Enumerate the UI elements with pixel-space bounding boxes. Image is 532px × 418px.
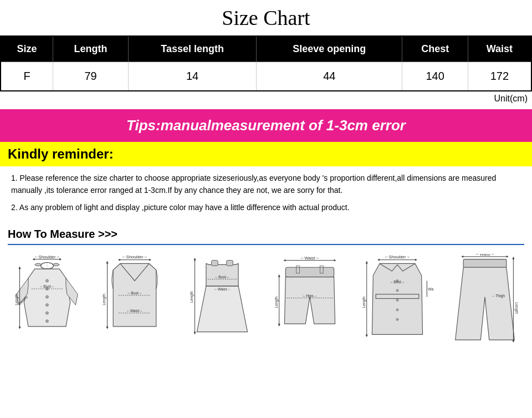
size-chart-table: Size Length Tassel length Sleeve opening… [0, 35, 532, 91]
note-2: 2. As any problem of light and display ,… [11, 201, 521, 213]
svg-text:←Shoulder→: ←Shoulder→ [385, 254, 411, 259]
illustration-5: ←Shoulder→ Waist ←Bust [356, 254, 439, 343]
svg-point-6 [46, 312, 49, 314]
svg-point-4 [46, 295, 49, 298]
cell-size: F [1, 62, 53, 91]
illustration-2: ←Shoulder→ Length ←Bust→ [93, 254, 176, 343]
cell-sleeve: 44 [257, 62, 402, 91]
svg-point-7 [46, 320, 49, 323]
svg-text:Length: Length [190, 291, 194, 303]
illustration-6: ←Waist→ Length ←Thigh [443, 254, 526, 343]
svg-text:←Waist→: ←Waist→ [475, 254, 495, 257]
svg-marker-45 [334, 259, 336, 262]
svg-rect-40 [285, 267, 334, 277]
svg-marker-44 [283, 259, 285, 262]
svg-marker-72 [461, 256, 463, 258]
col-header-sleeve: Sleeve opening [257, 36, 402, 62]
col-header-chest: Chest [402, 36, 468, 62]
clothing-svg-4: ←Waist→ ←Hips→ Length [274, 254, 346, 343]
cell-waist: 172 [468, 62, 531, 91]
cell-chest: 140 [402, 62, 468, 91]
col-header-size: Size [1, 36, 53, 62]
clothing-svg-5: ←Shoulder→ Waist ←Bust [361, 254, 433, 343]
svg-rect-32 [227, 261, 233, 266]
svg-marker-24 [106, 261, 109, 264]
svg-point-2 [46, 279, 49, 282]
svg-rect-31 [212, 261, 218, 266]
note-2-text: As any problem of light and display ,pic… [19, 203, 350, 212]
svg-marker-76 [512, 257, 514, 259]
svg-text:←Bust→: ←Bust→ [214, 275, 229, 279]
svg-marker-13 [19, 266, 21, 269]
how-to-label-text: How To Measure >>> [8, 228, 117, 241]
svg-text:←Hips→: ←Hips→ [302, 294, 317, 298]
svg-marker-77 [512, 340, 514, 343]
svg-text:←Bust→: ←Bust→ [127, 291, 142, 295]
note-1-number: 1. [11, 174, 20, 182]
svg-text:←Waist→: ←Waist→ [300, 256, 320, 261]
cell-length: 79 [53, 62, 129, 91]
clothing-svg-3: ←Bust→ ←Waist→ Length [186, 254, 258, 343]
table-row: F 79 14 44 140 172 [1, 62, 531, 91]
note-1: 1. Please reference the size charter to … [11, 172, 521, 197]
illustration-4: ←Waist→ ←Hips→ Length [268, 254, 351, 343]
svg-text:←Shoulder→: ←Shoulder→ [122, 254, 148, 259]
col-header-waist: Waist [468, 36, 531, 62]
svg-marker-38 [194, 332, 196, 335]
how-to-divider [8, 244, 524, 245]
svg-marker-21 [118, 259, 120, 261]
how-to-label: How To Measure >>> [8, 228, 524, 241]
svg-marker-25 [106, 327, 109, 329]
illustrations-container: ←Shoulder→ Length ←Bust→ Sleeve ←Shoulde… [0, 251, 532, 348]
reminder-header: Kindly reminder: [0, 142, 532, 166]
tips-banner: Tips:manualmeasurement of 1-3cm error [0, 109, 532, 142]
svg-text:←Waist→: ←Waist→ [126, 309, 143, 313]
clothing-svg-2: ←Shoulder→ Length ←Bust→ [99, 254, 171, 343]
svg-marker-37 [194, 258, 196, 261]
svg-text:Waist: Waist [428, 287, 433, 291]
svg-text:Length: Length [102, 294, 106, 305]
clothing-svg-1: ←Shoulder→ Length ←Bust→ Sleeve [11, 254, 83, 343]
svg-point-5 [46, 304, 49, 307]
note-1-text: Please reference the size charter to cho… [11, 174, 496, 195]
svg-marker-68 [366, 335, 368, 338]
unit-label: Unit(cm) [0, 91, 532, 106]
svg-marker-14 [19, 327, 21, 329]
illustration-1: ←Shoulder→ Length ←Bust→ Sleeve [6, 254, 89, 343]
col-header-tassel: Tassel length [129, 36, 257, 62]
svg-marker-56 [415, 259, 417, 261]
svg-point-61 [396, 319, 398, 321]
svg-point-58 [396, 289, 398, 292]
svg-marker-55 [377, 259, 380, 261]
col-header-length: Length [53, 36, 129, 62]
notes-section: 1. Please reference the size charter to … [0, 166, 532, 223]
svg-marker-73 [507, 256, 509, 258]
svg-marker-22 [149, 259, 151, 261]
svg-text:←Thigh: ←Thigh [492, 294, 505, 298]
page-container: Size Chart Size Length Tassel length Sle… [0, 0, 532, 354]
svg-text:Length: Length [362, 297, 366, 308]
illustration-3: ←Bust→ ←Waist→ Length [181, 254, 264, 343]
svg-marker-50 [278, 274, 280, 277]
clothing-svg-6: ←Waist→ Length ←Thigh [449, 254, 521, 343]
svg-text:←Waist→: ←Waist→ [214, 287, 231, 291]
svg-text:Length: Length [274, 297, 279, 308]
how-to-measure-section: How To Measure >>> [0, 223, 532, 251]
svg-point-60 [396, 309, 398, 311]
page-title: Size Chart [0, 6, 532, 30]
cell-tassel: 14 [129, 62, 257, 91]
note-2-number: 2. [11, 203, 19, 212]
svg-text:Length: Length [514, 302, 519, 314]
svg-text:←Bust→: ←Bust→ [390, 281, 405, 284]
svg-point-59 [396, 299, 398, 302]
svg-text:←Bust→: ←Bust→ [39, 284, 54, 288]
svg-marker-51 [278, 324, 280, 327]
svg-text:←Shoulder→: ←Shoulder→ [34, 254, 60, 259]
svg-rect-70 [463, 259, 507, 268]
svg-marker-67 [366, 261, 368, 264]
